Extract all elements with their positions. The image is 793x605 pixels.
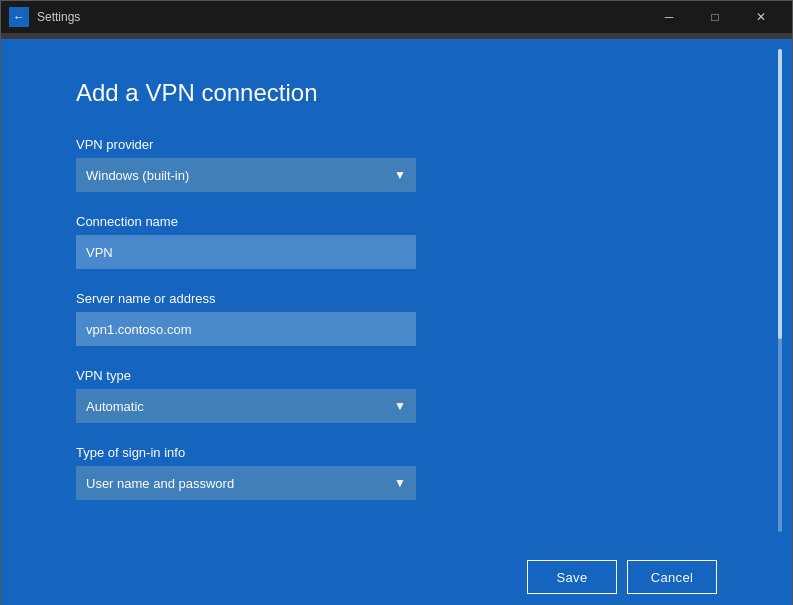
sign-in-info-wrapper: User name and password Certificate Smart… <box>76 466 416 500</box>
close-button[interactable]: ✕ <box>738 1 784 33</box>
page-title: Add a VPN connection <box>76 79 717 107</box>
maximize-icon: □ <box>711 10 718 24</box>
vpn-type-group: VPN type Automatic IKEv2 L2TP/IPsec PPTP… <box>76 368 717 423</box>
scrollbar-thumb <box>778 49 782 339</box>
sign-in-info-label: Type of sign-in info <box>76 445 717 460</box>
sign-in-info-group: Type of sign-in info User name and passw… <box>76 445 717 500</box>
server-address-group: Server name or address <box>76 291 717 346</box>
scrollbar[interactable] <box>778 49 782 532</box>
back-button[interactable]: ← <box>9 7 29 27</box>
window-title: Settings <box>37 10 80 24</box>
content-area: Add a VPN connection VPN provider Window… <box>1 33 792 605</box>
back-icon: ← <box>13 10 25 24</box>
cancel-button[interactable]: Cancel <box>627 560 717 594</box>
title-bar: ← Settings ─ □ ✕ <box>1 1 792 33</box>
connection-name-input[interactable] <box>76 235 416 269</box>
vpn-provider-select[interactable]: Windows (built-in) Custom <box>76 158 416 192</box>
server-address-label: Server name or address <box>76 291 717 306</box>
vpn-provider-group: VPN provider Windows (built-in) Custom ▼ <box>76 137 717 192</box>
window-controls: ─ □ ✕ <box>646 1 784 33</box>
title-bar-left: ← Settings <box>9 7 80 27</box>
save-button[interactable]: Save <box>527 560 617 594</box>
vpn-provider-label: VPN provider <box>76 137 717 152</box>
form-area: Add a VPN connection VPN provider Window… <box>1 39 792 542</box>
maximize-button[interactable]: □ <box>692 1 738 33</box>
close-icon: ✕ <box>756 10 766 24</box>
vpn-type-select[interactable]: Automatic IKEv2 L2TP/IPsec PPTP SSTP <box>76 389 416 423</box>
minimize-button[interactable]: ─ <box>646 1 692 33</box>
server-address-input[interactable] <box>76 312 416 346</box>
sign-in-info-select[interactable]: User name and password Certificate Smart… <box>76 466 416 500</box>
vpn-provider-wrapper: Windows (built-in) Custom ▼ <box>76 158 416 192</box>
settings-window: ← Settings ─ □ ✕ Add a VPN connection <box>0 0 793 605</box>
bottom-bar: Save Cancel <box>1 542 792 605</box>
connection-name-label: Connection name <box>76 214 717 229</box>
connection-name-group: Connection name <box>76 214 717 269</box>
minimize-icon: ─ <box>665 10 674 24</box>
vpn-type-label: VPN type <box>76 368 717 383</box>
vpn-type-wrapper: Automatic IKEv2 L2TP/IPsec PPTP SSTP ▼ <box>76 389 416 423</box>
